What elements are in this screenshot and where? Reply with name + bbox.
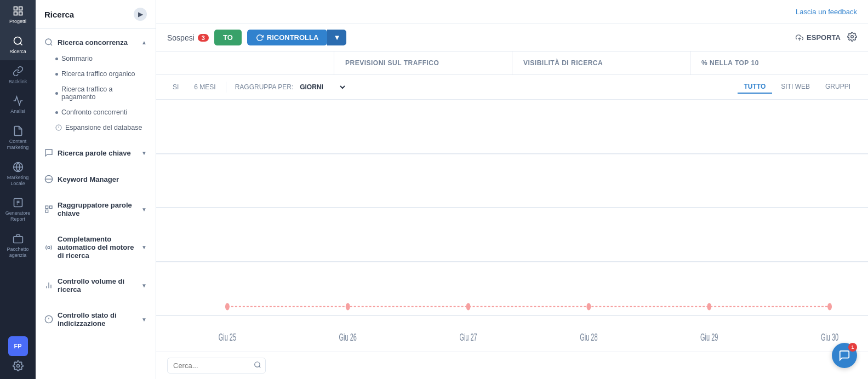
sidebar-item-generatore-report[interactable]: Generatore Report (0, 192, 36, 228)
icon-sidebar: Progetti Ricerca Backlink Analisi Conten… (0, 0, 36, 379)
search-icon (254, 361, 261, 369)
sidebar-item-analisi[interactable]: Analisi (0, 90, 36, 120)
sospesi-badge: Sospesi 3 (167, 33, 209, 42)
svg-rect-3 (19, 12, 22, 15)
sidebar-item-pacchetto-agenzia[interactable]: Pacchetto agenzia (0, 228, 36, 264)
chevron-down-icon: ▼ (141, 206, 147, 213)
svg-text:Giu 28: Giu 28 (580, 331, 597, 343)
dot-icon (55, 92, 58, 95)
nav-section-header-controllo-volume[interactable]: Controllo volume di ricerca ▼ (36, 273, 156, 298)
ricontrolla-dropdown-button[interactable]: ▼ (327, 30, 346, 45)
nav-section-controllo-indicizzazione: Controllo stato di indicizzazione ▼ (36, 302, 156, 336)
chart-view-tabs: TUTTO SITI WEB GRUPPI (738, 81, 857, 94)
sidebar-item-content-marketing[interactable]: Content marketing (0, 120, 36, 156)
nav-item-sommario[interactable]: Sommario (36, 51, 156, 66)
sidebar-item-backlink[interactable]: Backlink (0, 60, 36, 90)
settings-button[interactable] (847, 32, 857, 44)
avatar-button[interactable]: FP (8, 336, 28, 356)
nav-section-label: Keyword Manager (58, 175, 119, 183)
tab-siti-web[interactable]: SITI WEB (774, 81, 816, 94)
nav-section-header-completamento[interactable]: Completamento automatico del motore di r… (36, 231, 156, 264)
svg-point-49 (255, 362, 260, 367)
chevron-down-icon: ▼ (141, 317, 147, 323)
metrics-row: PREVISIONI SUL TRAFFICO VISIBILITÀ DI RI… (156, 51, 868, 75)
svg-point-37 (225, 303, 230, 310)
svg-rect-12 (13, 237, 22, 243)
svg-rect-2 (14, 12, 17, 15)
ricontrolla-button[interactable]: RICONTROLLA (247, 30, 328, 45)
action-right: ESPORTA (796, 32, 857, 44)
nav-section-ricerca-parole-chiave: Ricerca parole chiave ▼ (36, 140, 156, 166)
chart-controls: SI 6 MESI RAGGRUPPA PER: GIORNI SETTIMAN… (156, 75, 868, 100)
upload-icon (796, 34, 803, 42)
time-btn-si[interactable]: SI (167, 81, 184, 93)
chat-badge: 1 (848, 343, 857, 352)
raggruppa-select[interactable]: GIORNI SETTIMANE MESI (298, 83, 347, 91)
nav-section-ricerca-concorrenza: Ricerca concorrenza ▲ Sommario Ricerca t… (36, 29, 156, 140)
nav-section-label: Ricerca parole chiave (58, 149, 131, 157)
svg-point-14 (45, 39, 52, 45)
nav-section-label: Raggruppatore parole chiave (58, 201, 137, 217)
dot-icon (55, 73, 58, 76)
tab-gruppi[interactable]: GRUPPI (819, 81, 857, 94)
svg-rect-23 (45, 210, 48, 213)
btn-green[interactable]: TO (214, 30, 242, 45)
nav-item-espansione-database[interactable]: Espansione del database (36, 120, 156, 135)
tab-tutto[interactable]: TUTTO (738, 81, 773, 94)
svg-point-4 (14, 37, 21, 44)
sospesi-label: Sospesi (167, 33, 195, 42)
nav-section-header-keyword-manager[interactable]: Keyword Manager (36, 170, 156, 188)
svg-rect-1 (19, 7, 22, 10)
chevron-down-icon: ▼ (141, 244, 147, 250)
nav-section-header-raggruppatore[interactable]: Raggruppatore parole chiave ▼ (36, 197, 156, 222)
svg-rect-21 (45, 206, 48, 209)
nav-item-traffico-pagamento[interactable]: Ricerca traffico a pagamento (36, 82, 156, 105)
action-bar: Sospesi 3 TO RICONTROLLA ▼ ESPORTA (156, 24, 868, 51)
svg-text:Giu 26: Giu 26 (339, 331, 357, 343)
nav-section-header-ricerca-parole-chiave[interactable]: Ricerca parole chiave ▼ (36, 144, 156, 162)
svg-text:Giu 27: Giu 27 (459, 331, 477, 343)
nav-section-completamento: Completamento automatico del motore di r… (36, 226, 156, 268)
nav-section-header-ricerca-concorrenza[interactable]: Ricerca concorrenza ▲ (36, 33, 156, 51)
search-input[interactable] (167, 358, 266, 374)
svg-point-13 (16, 365, 19, 367)
sidebar-item-ricerca[interactable]: Ricerca (0, 30, 36, 60)
nav-item-traffico-organico[interactable]: Ricerca traffico organico (36, 66, 156, 82)
nav-item-confronto-concorrenti[interactable]: Confronto concorrenti (36, 105, 156, 120)
raggruppa-label: RAGGRUPPA PER: (235, 83, 293, 91)
dot-icon (55, 58, 58, 60)
search-input-wrap (167, 358, 266, 374)
nav-title: Ricerca (44, 10, 74, 19)
chat-bubble-button[interactable]: 1 (832, 343, 857, 368)
svg-line-5 (20, 43, 22, 45)
nav-section-header-controllo-indicizzazione[interactable]: Controllo stato di indicizzazione ▼ (36, 307, 156, 332)
chat-icon (838, 349, 850, 361)
sidebar-item-marketing-locale[interactable]: Marketing Locale (0, 156, 36, 192)
time-btn-6mesi[interactable]: 6 MESI (189, 81, 221, 93)
svg-text:Giu 29: Giu 29 (700, 331, 718, 343)
nav-section-label: Controllo stato di indicizzazione (58, 311, 137, 328)
settings-icon-sidebar[interactable] (0, 358, 36, 374)
metric-col1 (156, 51, 334, 74)
esporta-button[interactable]: ESPORTA (796, 33, 841, 42)
sospesi-count: 3 (198, 34, 209, 42)
chevron-down-icon: ▼ (141, 283, 147, 289)
feedback-link[interactable]: Lascia un feedback (796, 8, 857, 16)
chevron-down-icon: ▼ (141, 150, 147, 156)
nav-sidebar-header: Ricerca ▶ (36, 0, 156, 29)
metric-col4: % NELLA TOP 10 (690, 51, 868, 74)
dot-icon (55, 111, 58, 114)
nav-section-label: Ricerca concorrenza (58, 38, 128, 47)
nav-section-label: Controllo volume di ricerca (58, 277, 137, 294)
sidebar-item-progetti[interactable]: Progetti (0, 0, 36, 30)
search-icon-button[interactable] (254, 361, 261, 370)
svg-line-15 (50, 44, 52, 45)
gear-icon (847, 32, 857, 42)
nav-toggle-button[interactable]: ▶ (134, 8, 147, 21)
svg-rect-0 (14, 7, 17, 10)
nav-item-label: Ricerca traffico a pagamento (61, 85, 147, 101)
refresh-icon (256, 34, 264, 42)
svg-point-39 (466, 303, 471, 310)
svg-text:Giu 30: Giu 30 (821, 331, 838, 343)
nav-item-label: Confronto concorrenti (61, 108, 127, 116)
